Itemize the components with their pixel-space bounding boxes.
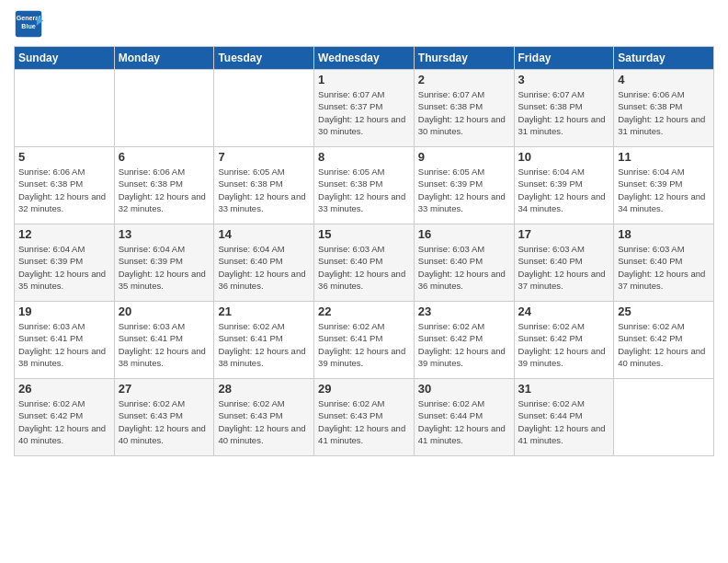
day-info: Sunrise: 6:02 AM Sunset: 6:43 PM Dayligh…	[218, 397, 310, 446]
day-info: Sunrise: 6:02 AM Sunset: 6:44 PM Dayligh…	[518, 397, 610, 446]
day-number: 11	[618, 150, 710, 164]
day-number: 15	[318, 227, 410, 241]
day-number: 25	[618, 304, 710, 318]
header-row: SundayMondayTuesdayWednesdayThursdayFrid…	[15, 47, 714, 70]
day-info: Sunrise: 6:05 AM Sunset: 6:39 PM Dayligh…	[418, 166, 510, 214]
calendar-cell: 16Sunrise: 6:03 AM Sunset: 6:40 PM Dayli…	[414, 224, 514, 302]
day-number: 26	[18, 382, 110, 396]
week-row-3: 12Sunrise: 6:04 AM Sunset: 6:39 PM Dayli…	[15, 224, 714, 302]
day-number: 5	[18, 150, 110, 164]
logo: General Blue	[14, 9, 47, 39]
day-number: 13	[119, 227, 210, 241]
calendar-cell: 23Sunrise: 6:02 AM Sunset: 6:42 PM Dayli…	[414, 302, 514, 379]
calendar-cell: 2Sunrise: 6:07 AM Sunset: 6:38 PM Daylig…	[414, 70, 514, 147]
calendar-cell: 10Sunrise: 6:04 AM Sunset: 6:39 PM Dayli…	[514, 147, 614, 224]
header-day-saturday: Saturday	[614, 47, 714, 70]
calendar-cell: 5Sunrise: 6:06 AM Sunset: 6:38 PM Daylig…	[15, 147, 115, 224]
calendar-cell: 6Sunrise: 6:06 AM Sunset: 6:38 PM Daylig…	[114, 147, 214, 224]
day-info: Sunrise: 6:02 AM Sunset: 6:43 PM Dayligh…	[119, 397, 210, 446]
header-day-friday: Friday	[514, 47, 614, 70]
header-day-monday: Monday	[114, 47, 214, 70]
day-number: 30	[418, 382, 510, 396]
day-number: 14	[218, 227, 310, 241]
calendar-cell: 18Sunrise: 6:03 AM Sunset: 6:40 PM Dayli…	[614, 224, 714, 302]
day-number: 2	[418, 73, 510, 86]
day-info: Sunrise: 6:06 AM Sunset: 6:38 PM Dayligh…	[18, 166, 110, 214]
calendar-cell: 13Sunrise: 6:04 AM Sunset: 6:39 PM Dayli…	[114, 224, 214, 302]
day-number: 20	[119, 304, 210, 318]
calendar-cell: 24Sunrise: 6:02 AM Sunset: 6:42 PM Dayli…	[514, 302, 614, 379]
logo-icon: General Blue	[14, 9, 43, 39]
day-info: Sunrise: 6:05 AM Sunset: 6:38 PM Dayligh…	[318, 166, 410, 214]
day-number: 21	[218, 304, 310, 318]
calendar-cell: 29Sunrise: 6:02 AM Sunset: 6:43 PM Dayli…	[314, 379, 415, 456]
day-number: 4	[618, 73, 710, 86]
calendar-cell: 19Sunrise: 6:03 AM Sunset: 6:41 PM Dayli…	[15, 302, 115, 379]
day-number: 29	[318, 382, 410, 396]
week-row-5: 26Sunrise: 6:02 AM Sunset: 6:42 PM Dayli…	[15, 379, 714, 456]
day-number: 1	[318, 73, 410, 86]
calendar-cell: 9Sunrise: 6:05 AM Sunset: 6:39 PM Daylig…	[414, 147, 514, 224]
day-info: Sunrise: 6:02 AM Sunset: 6:44 PM Dayligh…	[418, 397, 510, 446]
day-info: Sunrise: 6:02 AM Sunset: 6:42 PM Dayligh…	[518, 320, 610, 369]
day-info: Sunrise: 6:02 AM Sunset: 6:42 PM Dayligh…	[418, 320, 510, 369]
day-info: Sunrise: 6:03 AM Sunset: 6:40 PM Dayligh…	[518, 243, 610, 292]
day-info: Sunrise: 6:04 AM Sunset: 6:40 PM Dayligh…	[218, 243, 310, 292]
day-number: 18	[618, 227, 710, 241]
day-info: Sunrise: 6:03 AM Sunset: 6:40 PM Dayligh…	[318, 243, 410, 292]
calendar-table: SundayMondayTuesdayWednesdayThursdayFrid…	[14, 46, 714, 456]
header-day-thursday: Thursday	[414, 47, 514, 70]
header-day-wednesday: Wednesday	[314, 47, 415, 70]
day-number: 8	[318, 150, 410, 164]
calendar-cell: 28Sunrise: 6:02 AM Sunset: 6:43 PM Dayli…	[214, 379, 314, 456]
day-info: Sunrise: 6:04 AM Sunset: 6:39 PM Dayligh…	[18, 243, 110, 292]
day-number: 31	[518, 382, 610, 396]
day-number: 6	[119, 150, 210, 164]
day-number: 3	[518, 73, 610, 86]
day-number: 28	[218, 382, 310, 396]
calendar-cell: 15Sunrise: 6:03 AM Sunset: 6:40 PM Dayli…	[314, 224, 415, 302]
day-number: 12	[18, 227, 110, 241]
calendar-page: General Blue SundayMondayTuesdayWednesda…	[0, 0, 728, 563]
day-number: 22	[318, 304, 410, 318]
calendar-cell: 26Sunrise: 6:02 AM Sunset: 6:42 PM Dayli…	[15, 379, 115, 456]
calendar-cell: 3Sunrise: 6:07 AM Sunset: 6:38 PM Daylig…	[514, 70, 614, 147]
calendar-cell: 17Sunrise: 6:03 AM Sunset: 6:40 PM Dayli…	[514, 224, 614, 302]
calendar-cell: 11Sunrise: 6:04 AM Sunset: 6:39 PM Dayli…	[614, 147, 714, 224]
day-number: 19	[18, 304, 110, 318]
week-row-2: 5Sunrise: 6:06 AM Sunset: 6:38 PM Daylig…	[15, 147, 714, 224]
calendar-cell: 21Sunrise: 6:02 AM Sunset: 6:41 PM Dayli…	[214, 302, 314, 379]
day-info: Sunrise: 6:03 AM Sunset: 6:40 PM Dayligh…	[418, 243, 510, 292]
calendar-cell: 1Sunrise: 6:07 AM Sunset: 6:37 PM Daylig…	[314, 70, 415, 147]
day-info: Sunrise: 6:04 AM Sunset: 6:39 PM Dayligh…	[119, 243, 210, 292]
calendar-cell: 20Sunrise: 6:03 AM Sunset: 6:41 PM Dayli…	[114, 302, 214, 379]
day-info: Sunrise: 6:07 AM Sunset: 6:38 PM Dayligh…	[518, 88, 610, 137]
day-info: Sunrise: 6:02 AM Sunset: 6:41 PM Dayligh…	[218, 320, 310, 369]
calendar-cell: 22Sunrise: 6:02 AM Sunset: 6:41 PM Dayli…	[314, 302, 415, 379]
header-day-tuesday: Tuesday	[214, 47, 314, 70]
day-number: 23	[418, 304, 510, 318]
day-info: Sunrise: 6:03 AM Sunset: 6:41 PM Dayligh…	[18, 320, 110, 369]
day-info: Sunrise: 6:02 AM Sunset: 6:42 PM Dayligh…	[618, 320, 710, 369]
header: General Blue	[14, 9, 714, 39]
calendar-cell: 4Sunrise: 6:06 AM Sunset: 6:38 PM Daylig…	[614, 70, 714, 147]
header-day-sunday: Sunday	[15, 47, 115, 70]
calendar-cell: 12Sunrise: 6:04 AM Sunset: 6:39 PM Dayli…	[15, 224, 115, 302]
day-info: Sunrise: 6:02 AM Sunset: 6:41 PM Dayligh…	[318, 320, 410, 369]
day-info: Sunrise: 6:04 AM Sunset: 6:39 PM Dayligh…	[618, 166, 710, 214]
calendar-cell	[15, 70, 115, 147]
day-info: Sunrise: 6:07 AM Sunset: 6:37 PM Dayligh…	[318, 88, 410, 137]
svg-text:Blue: Blue	[21, 23, 35, 30]
day-number: 24	[518, 304, 610, 318]
day-number: 16	[418, 227, 510, 241]
day-info: Sunrise: 6:02 AM Sunset: 6:43 PM Dayligh…	[318, 397, 410, 446]
calendar-cell: 27Sunrise: 6:02 AM Sunset: 6:43 PM Dayli…	[114, 379, 214, 456]
calendar-cell	[214, 70, 314, 147]
day-number: 10	[518, 150, 610, 164]
day-info: Sunrise: 6:02 AM Sunset: 6:42 PM Dayligh…	[18, 397, 110, 446]
day-number: 7	[218, 150, 310, 164]
day-info: Sunrise: 6:04 AM Sunset: 6:39 PM Dayligh…	[518, 166, 610, 214]
day-info: Sunrise: 6:03 AM Sunset: 6:41 PM Dayligh…	[119, 320, 210, 369]
day-info: Sunrise: 6:05 AM Sunset: 6:38 PM Dayligh…	[218, 166, 310, 214]
day-info: Sunrise: 6:03 AM Sunset: 6:40 PM Dayligh…	[618, 243, 710, 292]
